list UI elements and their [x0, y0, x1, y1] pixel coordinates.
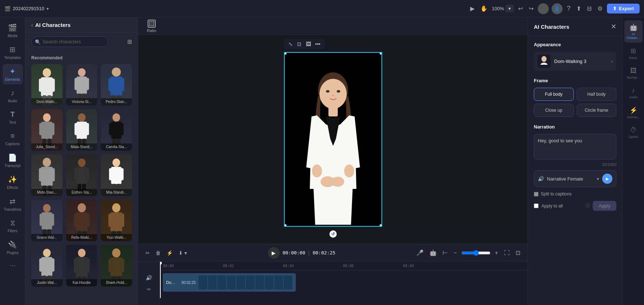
- timeline-zoom-slider[interactable]: [461, 250, 491, 256]
- character-card-justin[interactable]: Justin-Wal...: [31, 245, 63, 286]
- sidebar-item-transitions[interactable]: ⇄ Transitions: [3, 194, 23, 214]
- character-card-dom-walking[interactable]: Dom-Walki...: [31, 64, 63, 106]
- frame-full-body-btn[interactable]: Full body: [534, 88, 574, 101]
- undo-button[interactable]: ↩: [517, 4, 524, 13]
- sidebar-item-more[interactable]: ⋯: [3, 259, 23, 273]
- mini-sidebar-item-speed[interactable]: ⏱ Speed: [624, 123, 643, 142]
- profile-button[interactable]: 👤: [552, 3, 563, 14]
- character-card-camila[interactable]: Camila-Sta...: [101, 109, 132, 151]
- trim-button[interactable]: ✂: [144, 249, 151, 257]
- split-captions-checkbox[interactable]: [534, 192, 539, 197]
- character-card-maia[interactable]: Maia-Stand...: [66, 109, 97, 151]
- frame-close-up-btn[interactable]: Close up: [534, 104, 574, 117]
- sidebar-item-audio[interactable]: ♪ Audio: [3, 86, 23, 106]
- character-card-shark[interactable]: Shark-Hold...: [101, 245, 132, 286]
- timeline-clip[interactable]: Dom-Walking 2 00:02:25: [163, 273, 296, 292]
- help-button[interactable]: ?: [565, 3, 572, 14]
- timeline-play-button[interactable]: ▶: [268, 247, 280, 259]
- char-label-victoria: Victoria-St...: [66, 98, 97, 106]
- topbar-project[interactable]: 🎬 202402291510 ▾: [4, 6, 49, 12]
- handle-top-left[interactable]: [284, 52, 287, 55]
- ai-button[interactable]: 🤖: [428, 248, 438, 258]
- plugins-icon: 🔌: [8, 240, 17, 249]
- appearance-row[interactable]: Dom-Walking 3 ›: [534, 52, 616, 71]
- character-card-pedro[interactable]: Pedro-Stan...: [101, 64, 132, 106]
- effects-icon: ✨: [8, 175, 17, 184]
- character-card-yozi[interactable]: Yozi-Walki...: [101, 200, 132, 241]
- playhead[interactable]: [160, 262, 161, 298]
- sidebar-item-text[interactable]: T Text: [3, 107, 23, 127]
- sidebar-item-transcript[interactable]: 📄 Transcript: [3, 150, 23, 171]
- sidebar-item-captions[interactable]: ≡ Captions: [3, 129, 23, 149]
- svg-point-54: [43, 204, 51, 212]
- handle-bottom-left[interactable]: [284, 224, 287, 227]
- ratio-button[interactable]: Ratio: [144, 18, 159, 34]
- canvas-expand-btn[interactable]: ⤡: [287, 40, 294, 48]
- svg-rect-19: [41, 122, 52, 139]
- mic-button[interactable]: 🎤: [415, 248, 425, 258]
- zoom-out-button[interactable]: −: [452, 248, 458, 258]
- export-button[interactable]: ⬆ Export: [607, 4, 640, 13]
- svg-rect-81: [86, 258, 90, 273]
- back-button[interactable]: ‹ AI Characters: [31, 22, 71, 28]
- search-input[interactable]: [31, 36, 108, 47]
- sidebar-item-effects[interactable]: ✨ Effects: [3, 172, 23, 193]
- voice-play-btn[interactable]: ▶: [602, 174, 612, 184]
- svg-rect-69: [121, 214, 125, 227]
- apply-all-checkbox[interactable]: [534, 203, 539, 208]
- handle-top-right[interactable]: [380, 52, 382, 55]
- frame-half-body-btn[interactable]: Half body: [577, 88, 617, 101]
- project-dropdown-icon[interactable]: ▾: [47, 6, 49, 11]
- canvas-more-btn[interactable]: •••: [314, 40, 322, 48]
- zoom-dropdown[interactable]: ▾: [505, 5, 514, 12]
- character-card-refa[interactable]: Refa-Walki...: [66, 200, 97, 241]
- settings-button[interactable]: ⚙: [596, 4, 604, 13]
- sidebar-item-media[interactable]: 🎬 Media: [3, 20, 23, 41]
- clip-label: Dom-Walking 2: [166, 280, 179, 285]
- voice-dropdown-btn[interactable]: ▾: [597, 176, 599, 182]
- sidebar-item-captions-label: Captions: [5, 142, 20, 146]
- canvas-area[interactable]: ⤡ ⊡ 🖼 •••: [138, 35, 528, 244]
- pencil-button[interactable]: ✏: [145, 285, 153, 294]
- layout-button[interactable]: ⊟: [585, 4, 593, 13]
- canvas-picture-btn[interactable]: 🖼: [304, 40, 312, 48]
- character-card-grace[interactable]: Grace-Wal...: [31, 200, 63, 241]
- hand-button[interactable]: ✋: [479, 4, 489, 13]
- sidebar-item-templates[interactable]: ⊞ Templates: [3, 42, 23, 63]
- share-button[interactable]: ⬆: [575, 4, 583, 13]
- avatar-button[interactable]: [538, 3, 549, 14]
- mini-sidebar-item-audio[interactable]: ♪ Audio: [624, 84, 643, 102]
- rotate-handle[interactable]: ↺: [329, 230, 337, 238]
- mini-sidebar-item-background[interactable]: 🖼 Backgr...: [624, 64, 643, 82]
- character-card-mia[interactable]: Mia-Standi...: [101, 154, 132, 196]
- filter-button[interactable]: ⊞: [127, 38, 132, 45]
- more-options-button[interactable]: ⊡: [514, 248, 522, 258]
- character-card-julia[interactable]: Julia_Stand...: [31, 109, 63, 151]
- split-button[interactable]: ⊢: [441, 248, 449, 258]
- sidebar-item-filters[interactable]: ⧖ Filters: [3, 216, 23, 236]
- play-button[interactable]: ▶: [469, 4, 476, 13]
- mini-sidebar-item-animate[interactable]: ⚡ Animat...: [624, 103, 643, 122]
- download-button[interactable]: ⬇ ▾: [177, 249, 188, 257]
- close-panel-button[interactable]: ✕: [611, 23, 616, 31]
- zoom-in-button[interactable]: +: [493, 248, 500, 258]
- character-card-mido[interactable]: Mido-Stan...: [31, 154, 63, 196]
- sidebar-item-elements[interactable]: ✦ Elements: [3, 64, 23, 84]
- character-card-victoria[interactable]: Victoria-St...: [66, 64, 97, 106]
- narration-textarea[interactable]: Hey, good to see you: [534, 134, 616, 159]
- mini-sidebar-item-basic[interactable]: ⊞ Basic: [624, 44, 643, 63]
- volume-button[interactable]: 🔊: [144, 273, 153, 282]
- handle-bottom-right[interactable]: [380, 224, 382, 227]
- fullscreen-button[interactable]: ⛶: [503, 248, 511, 258]
- apply-button[interactable]: Apply: [593, 201, 616, 211]
- canvas-frame[interactable]: [284, 52, 382, 227]
- redo-button[interactable]: ↪: [527, 4, 535, 13]
- sidebar-item-plugins[interactable]: 🔌 Plugins: [3, 237, 23, 258]
- character-card-esther[interactable]: Esther-Sta...: [66, 154, 97, 196]
- magic-button[interactable]: ⚡: [165, 249, 174, 257]
- delete-button[interactable]: 🗑: [154, 249, 162, 257]
- mini-sidebar-item-ai-characters[interactable]: 🤖 AI Charac...: [624, 20, 643, 43]
- canvas-crop-btn[interactable]: ⊡: [296, 40, 303, 48]
- frame-circle-frame-btn[interactable]: Circle frame: [577, 104, 617, 117]
- character-card-kai[interactable]: Kai-Hoodie: [66, 245, 97, 286]
